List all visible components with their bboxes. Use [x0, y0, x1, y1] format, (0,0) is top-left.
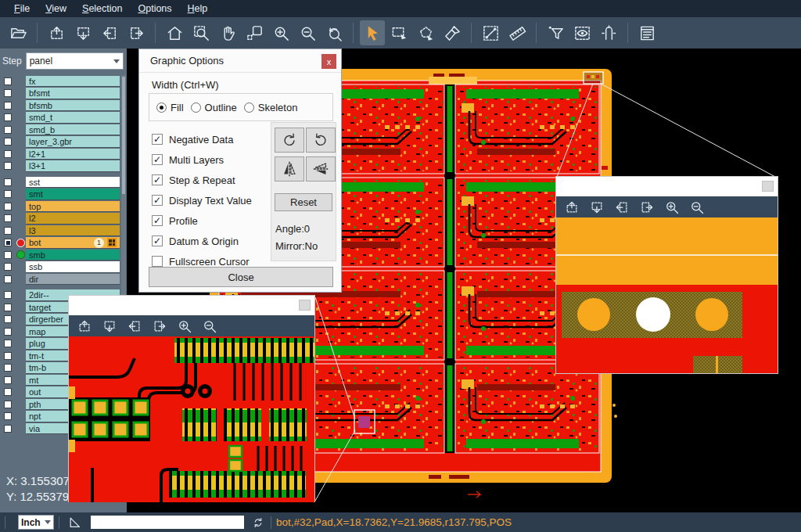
- layer-checkbox[interactable]: [4, 352, 12, 360]
- layer-checkbox[interactable]: [4, 126, 12, 134]
- checkbox-multi-layers[interactable]: ✓Multi Layers: [152, 153, 224, 167]
- pan-up-button[interactable]: [44, 20, 69, 45]
- pan-down-button[interactable]: [98, 317, 121, 336]
- layer-checkbox[interactable]: [4, 138, 12, 146]
- layer-name-bar[interactable]: smd_t: [26, 112, 120, 124]
- layer-checkbox[interactable]: [4, 102, 12, 110]
- layer-checkbox[interactable]: [4, 340, 12, 347]
- zoom-out-button[interactable]: [685, 198, 709, 217]
- layer-name-bar[interactable]: smt: [26, 189, 120, 200]
- layer-checkbox[interactable]: [4, 190, 12, 198]
- layer-name-bar[interactable]: fx: [26, 76, 120, 88]
- pan-right-button[interactable]: [148, 317, 171, 336]
- layer-name-bar[interactable]: layer_3.gbr: [26, 136, 120, 148]
- layers-panel-button[interactable]: [634, 20, 659, 45]
- open-file-button[interactable]: [5, 20, 31, 45]
- popup-close-button[interactable]: [299, 300, 311, 311]
- pan-left-button[interactable]: [123, 317, 146, 336]
- layer-checkbox[interactable]: [4, 263, 12, 271]
- layer-checkbox[interactable]: [4, 412, 12, 420]
- popup-view-left[interactable]: [69, 336, 314, 502]
- layer-name-bar[interactable]: sst: [26, 177, 120, 189]
- layer-checkbox[interactable]: [4, 388, 12, 396]
- zoom-previous-button[interactable]: [321, 20, 347, 45]
- layer-name-bar[interactable]: l3: [26, 225, 120, 237]
- layer-checkbox[interactable]: [4, 178, 12, 186]
- measure-point-button[interactable]: [478, 20, 503, 45]
- layer-checkbox[interactable]: [4, 162, 12, 170]
- layer-checkbox[interactable]: [4, 203, 12, 210]
- layer-checkbox[interactable]: [4, 275, 12, 283]
- pan-up-button[interactable]: [73, 317, 96, 336]
- rotate-cw-button[interactable]: [275, 128, 304, 153]
- layer-checkbox[interactable]: [4, 150, 12, 158]
- layer-checkbox[interactable]: [4, 77, 12, 85]
- zoom-home-button[interactable]: [162, 20, 187, 45]
- layer-checkbox[interactable]: [4, 251, 12, 259]
- checkbox-negative-data[interactable]: ✓Negative Data: [152, 132, 233, 146]
- menu-options[interactable]: Options: [130, 2, 179, 16]
- popup-view-right[interactable]: [556, 217, 778, 373]
- layer-name-bar[interactable]: top: [26, 201, 120, 213]
- menu-view[interactable]: View: [38, 2, 74, 16]
- radio-fill[interactable]: Fill: [156, 102, 184, 113]
- zoom-window-button[interactable]: [189, 20, 214, 45]
- pan-left-button[interactable]: [610, 198, 634, 217]
- menu-selection[interactable]: Selection: [74, 2, 130, 16]
- select-polygon-button[interactable]: [413, 20, 438, 45]
- popup-close-button[interactable]: [762, 181, 774, 192]
- pan-right-button[interactable]: [635, 198, 659, 217]
- select-corner-icon[interactable]: [67, 515, 83, 530]
- close-button[interactable]: Close: [149, 267, 333, 287]
- pan-up-button[interactable]: [560, 198, 584, 217]
- checkbox-step-repeat[interactable]: ✓Step & Repeat: [152, 173, 235, 187]
- zoom-in-button[interactable]: [173, 317, 196, 336]
- mirror-horizontal-button[interactable]: [275, 156, 304, 182]
- layer-checkbox[interactable]: [4, 214, 12, 222]
- menu-file[interactable]: File: [6, 2, 38, 16]
- layer-checkbox[interactable]: [4, 304, 12, 311]
- zoom-out-button[interactable]: [198, 317, 221, 336]
- checkbox-display-text-value[interactable]: ✓Display Text Value: [152, 193, 252, 207]
- zoom-in-button[interactable]: [268, 20, 293, 45]
- pan-down-button[interactable]: [585, 198, 609, 217]
- zoom-in-button[interactable]: [660, 198, 684, 217]
- layer-name-bar[interactable]: smb: [26, 250, 120, 261]
- layer-checkbox[interactable]: [4, 89, 12, 97]
- layer-name-bar[interactable]: l2: [26, 213, 120, 225]
- view-options-button[interactable]: [569, 20, 594, 45]
- dialog-close-icon[interactable]: x: [321, 54, 336, 69]
- layer-checkbox[interactable]: [4, 425, 12, 433]
- radio-outline[interactable]: Outline: [191, 102, 237, 113]
- select-cursor-button[interactable]: [360, 20, 385, 45]
- pan-right-button[interactable]: [124, 20, 149, 45]
- layer-name-bar[interactable]: bfsmb: [26, 100, 120, 112]
- layer-name-bar[interactable]: l2+1: [26, 149, 120, 160]
- menu-help[interactable]: Help: [180, 2, 216, 16]
- pan-left-button[interactable]: [97, 20, 122, 45]
- clean-tool-button[interactable]: [440, 20, 465, 45]
- layer-checkbox[interactable]: [4, 239, 12, 246]
- layer-checkbox[interactable]: [4, 328, 12, 336]
- step-select[interactable]: panel: [26, 52, 124, 70]
- sync-icon[interactable]: [250, 515, 266, 530]
- zoom-out-button[interactable]: [295, 20, 320, 45]
- command-input[interactable]: [91, 516, 244, 529]
- layer-checkbox[interactable]: [4, 227, 12, 235]
- layer-checkbox[interactable]: [4, 401, 12, 408]
- filter-button[interactable]: [543, 20, 568, 45]
- pan-hand-button[interactable]: [215, 20, 240, 45]
- layer-checkbox[interactable]: [4, 291, 12, 299]
- layer-checkbox[interactable]: [4, 364, 12, 372]
- pan-down-button[interactable]: [70, 20, 95, 45]
- layer-name-bar[interactable]: ssb: [26, 261, 120, 273]
- rotate-ccw-button[interactable]: [306, 128, 336, 153]
- checkbox-datum-origin[interactable]: ✓Datum & Origin: [152, 234, 239, 248]
- layer-name-bar[interactable]: smd_b: [26, 124, 120, 136]
- layer-name-bar[interactable]: bot1: [26, 237, 120, 249]
- measure-ruler-button[interactable]: [505, 20, 530, 45]
- radio-skeleton[interactable]: Skeleton: [244, 102, 298, 113]
- layer-name-bar[interactable]: bfsmt: [26, 88, 120, 99]
- mirror-vertical-button[interactable]: [306, 156, 336, 182]
- layer-checkbox[interactable]: [4, 376, 12, 384]
